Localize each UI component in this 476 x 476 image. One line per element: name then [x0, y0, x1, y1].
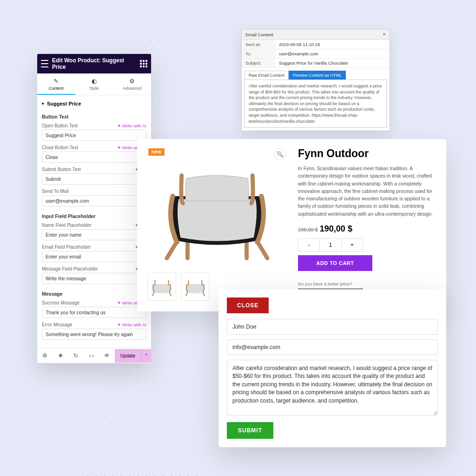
product-title: Fynn Outdoor: [298, 147, 436, 160]
message-placeholder-input[interactable]: [42, 273, 146, 284]
email-body-preview: After careful consideration and market r…: [245, 79, 387, 128]
pencil-icon: ✎: [37, 78, 75, 85]
tab-label: Style: [90, 86, 99, 91]
section-suggest-price[interactable]: Suggest Price: [42, 95, 146, 111]
gear-icon: ⚙: [113, 78, 151, 85]
name-placeholder-input[interactable]: [42, 229, 146, 240]
better-price-prompt: Do you have a better price?: [298, 281, 436, 286]
layers-icon[interactable]: ❖: [53, 348, 68, 363]
write-with-ai[interactable]: Write with AI: [117, 322, 146, 327]
panel-title: Edit Woo Product: Suggest Price: [52, 57, 136, 70]
field-label: Email Field Placeholder: [42, 245, 91, 250]
submit-button[interactable]: SUBMIT: [227, 422, 273, 439]
group-input-placeholder: Input Field Placeholder: [42, 213, 146, 219]
email-placeholder-input[interactable]: [42, 251, 146, 262]
editor-panel: Edit Woo Product: Suggest Price ✎Content…: [37, 54, 151, 363]
field-label: Error Message: [42, 322, 73, 327]
email-input[interactable]: [227, 339, 438, 355]
chair-illustration: [156, 155, 278, 261]
settings-icon[interactable]: ⚙: [37, 348, 53, 363]
old-price: 236,00 $: [298, 227, 318, 232]
field-label: Send To Mail: [42, 189, 69, 194]
product-price: 236,00 $190,00 $: [298, 224, 436, 234]
email-sent-at: 2023-09-08 11:10:18: [275, 40, 390, 49]
success-message-input[interactable]: [42, 307, 146, 318]
email-to: user@example.com: [275, 49, 390, 58]
group-button-text: Button Text: [42, 114, 146, 119]
product-description: In Fynn, Scandinavian values meet Italia…: [298, 165, 436, 218]
update-button[interactable]: Update: [115, 349, 141, 363]
field-label: Message Field Placeholder: [42, 266, 98, 271]
tab-label: Advanced: [123, 86, 141, 91]
email-label: To:: [242, 49, 275, 58]
history-icon[interactable]: ↻: [68, 348, 84, 363]
panel-header: Edit Woo Product: Suggest Price: [37, 54, 151, 73]
suggest-price-form: CLOSE After careful consideration and ma…: [218, 289, 446, 447]
email-popup-title: Email Content: [245, 32, 273, 37]
responsive-icon[interactable]: ▭: [84, 348, 99, 363]
panel-body: Suggest Price Button Text Open Button Te…: [37, 95, 151, 348]
close-icon[interactable]: ×: [383, 31, 386, 38]
open-button-text-input[interactable]: [42, 130, 146, 141]
field-label: Name Field Placeholder: [42, 223, 92, 228]
panel-footer: ⚙ ❖ ↻ ▭ 👁 Update ˄: [37, 348, 151, 363]
tab-content[interactable]: ✎Content: [37, 73, 75, 95]
decoration-dots: [84, 363, 205, 476]
tab-label: Content: [49, 86, 64, 91]
field-label: Success Message: [42, 300, 79, 305]
preview-icon[interactable]: 👁: [99, 348, 114, 363]
write-with-ai[interactable]: Write with AI: [117, 123, 146, 128]
product-gallery: NEW 🔍: [147, 147, 287, 303]
zoom-icon[interactable]: 🔍: [274, 148, 286, 160]
email-content-popup: Email Content × Sent at:2023-09-08 11:10…: [241, 29, 390, 131]
current-price: 190,00 $: [320, 224, 352, 233]
tab-raw-email[interactable]: Raw Email Content: [245, 71, 289, 79]
new-badge: NEW: [148, 148, 165, 156]
close-button-text-input[interactable]: [42, 152, 146, 163]
style-icon: ◐: [75, 78, 113, 85]
tab-preview-html[interactable]: Preview Content as HTML: [289, 71, 346, 79]
email-label: Subject:: [242, 59, 275, 67]
message-textarea[interactable]: After careful consideration and market r…: [227, 360, 438, 416]
qty-value[interactable]: 1: [319, 239, 341, 251]
apps-icon[interactable]: [140, 60, 147, 67]
send-to-mail-input[interactable]: [42, 195, 146, 206]
email-subject: Suggest Price for Vanilla Chocolate: [275, 59, 390, 67]
tab-advanced[interactable]: ⚙Advanced: [113, 73, 151, 95]
add-to-cart-button[interactable]: ADD TO CART: [298, 255, 372, 271]
email-label: Sent at:: [242, 40, 275, 49]
qty-minus[interactable]: -: [298, 239, 319, 251]
field-label: Open Button Text: [42, 123, 78, 128]
field-label: Submit Button Text: [42, 167, 81, 172]
tab-style[interactable]: ◐Style: [75, 73, 113, 95]
error-message-input[interactable]: [42, 329, 146, 340]
update-menu-chevron[interactable]: ˄: [141, 349, 151, 363]
product-thumb[interactable]: [147, 272, 176, 301]
quantity-stepper: - 1 +: [298, 238, 363, 251]
close-button[interactable]: CLOSE: [227, 298, 269, 313]
name-input[interactable]: [227, 319, 438, 335]
panel-tabs: ✎Content ◐Style ⚙Advanced: [37, 73, 151, 95]
product-thumb[interactable]: [181, 272, 210, 301]
field-label: Close Button Text: [42, 145, 78, 150]
group-message: Message: [42, 291, 146, 297]
submit-button-text-input[interactable]: [42, 173, 146, 185]
product-image[interactable]: [147, 147, 287, 268]
product-card: NEW 🔍 Fynn Outdoor In Fynn, Scandinavian…: [137, 139, 446, 311]
qty-plus[interactable]: +: [342, 239, 363, 251]
menu-icon[interactable]: [41, 60, 48, 67]
